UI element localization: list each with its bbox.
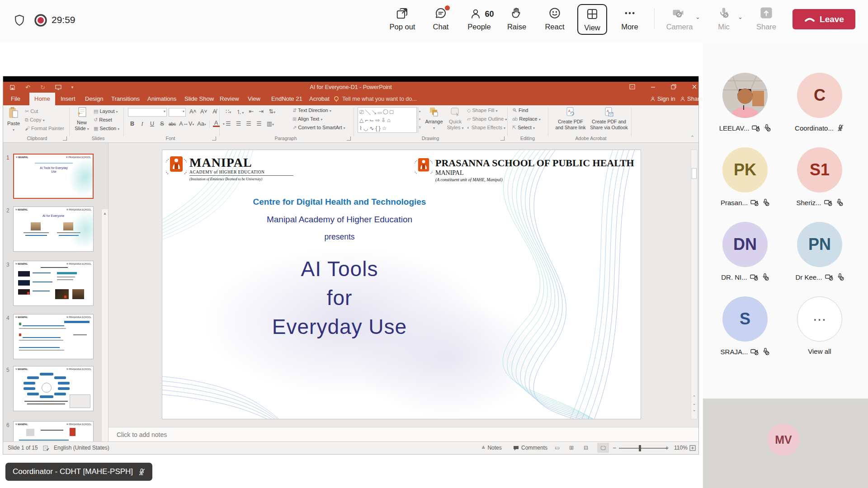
scroll-down-button[interactable]: ⌄ <box>691 407 697 413</box>
cut-button[interactable]: ✂ Cut <box>25 108 38 114</box>
shape-fill-button[interactable]: ◇ Shape Fill ▾ <box>467 108 498 113</box>
participant-tile[interactable]: PN Dr Kee... <box>788 222 851 281</box>
font-dialog-launcher[interactable] <box>212 136 216 141</box>
slide-thumbnail-4[interactable]: ⛨ MANIPAL ⛨ PRASANNA SCHOOL <box>13 314 94 359</box>
camera-options-chevron[interactable]: ⌄ <box>695 14 700 20</box>
clipboard-dialog-launcher[interactable] <box>63 136 67 141</box>
local-user-tile[interactable]: MV <box>703 399 868 488</box>
layout-button[interactable]: ▤ Layout ▾ <box>94 108 118 114</box>
minimize-icon[interactable] <box>642 83 663 91</box>
slide-thumbnail-1[interactable]: ⛨ MANIPAL ⛨ PRASANNA SCHOOL AI Tools for… <box>13 154 94 199</box>
normal-view-button[interactable]: ▭ <box>555 442 560 454</box>
slide-thumbnail-2[interactable]: ⛨ MANIPAL ⛨ PRASANNA SCHOOL AI for Every… <box>13 206 94 252</box>
notes-toggle[interactable]: ≜Notes <box>481 442 502 454</box>
mic-options-chevron[interactable]: ⌄ <box>738 14 743 20</box>
zoom-slider-thumb[interactable] <box>639 445 641 451</box>
shape-effects-button[interactable]: ◐ Shape Effects ▾ <box>467 125 505 130</box>
shapes-gallery[interactable]: ⎚╲↘▭◯▢△⌐⌙⇨⇩⌂⌇◡∿{}☆ <box>358 107 417 133</box>
change-case-icon[interactable]: Aa▾ <box>197 121 206 127</box>
notes-pane[interactable]: Click to add notes <box>108 427 698 441</box>
people-button[interactable]: 60 People <box>458 4 501 37</box>
reset-button[interactable]: ↺ Reset <box>94 117 112 123</box>
line-spacing-icon[interactable]: ⇅▾ <box>269 108 275 116</box>
columns-icon[interactable]: ▥▾ <box>267 120 274 127</box>
font-name-combo[interactable] <box>128 108 167 117</box>
shape-outline-button[interactable]: ▱ Shape Outline ▾ <box>467 116 507 122</box>
paragraph-dialog-launcher[interactable] <box>347 136 351 141</box>
increase-indent-icon[interactable]: ⇥ <box>259 108 264 116</box>
slide-thumbnail-6[interactable]: ⛨ MANIPAL ⛨ PRASANNA SCHOOL <box>13 421 94 441</box>
create-pdf-share-link-button[interactable]: A Create PDF and Share link <box>554 107 587 131</box>
tab-endnote[interactable]: EndNote 21 <box>266 93 307 105</box>
view-all-tile[interactable]: ⋯ View all <box>788 296 851 355</box>
camera-button[interactable]: Camera <box>664 4 695 37</box>
zoom-out-button[interactable]: − <box>613 442 616 454</box>
clear-formatting-icon[interactable]: A̸ <box>211 108 218 115</box>
shrink-font-icon[interactable]: A˅ <box>200 108 208 115</box>
drawing-dialog-launcher[interactable] <box>500 136 505 141</box>
underline-icon[interactable]: U <box>149 121 156 127</box>
slide-thumbnail-5[interactable]: ⛨ MANIPAL ⛨ PRASANNA SCHOOL <box>13 366 94 411</box>
next-slide-button[interactable]: ⌄ <box>691 400 697 407</box>
fit-to-window-icon[interactable] <box>689 445 696 451</box>
restore-icon[interactable] <box>663 83 684 91</box>
view-button[interactable]: View <box>577 4 607 35</box>
spellcheck-icon[interactable] <box>43 445 49 451</box>
tab-animations[interactable]: Animations <box>142 93 181 105</box>
share-button[interactable]: Share <box>751 4 781 37</box>
grow-font-icon[interactable]: A˄ <box>189 108 197 115</box>
tab-review[interactable]: Review <box>215 93 244 105</box>
thumbnail-scrollbar[interactable]: ▲ ▼ <box>101 209 108 441</box>
participant-tile[interactable]: C Coordinato... <box>788 73 851 132</box>
participant-tile[interactable]: DN DR. NI... <box>713 222 777 281</box>
italic-icon[interactable]: I <box>139 121 146 127</box>
tab-design[interactable]: Design <box>80 93 108 105</box>
tab-slideshow[interactable]: Slide Show <box>179 93 219 105</box>
previous-slide-button[interactable]: ⌃ <box>691 394 697 400</box>
slide-vertical-scrollbar[interactable]: ⌃ ⌄ ⌄ <box>691 150 698 419</box>
language-indicator[interactable]: English (United States) <box>54 442 109 454</box>
popout-button[interactable]: Pop out <box>387 4 418 37</box>
tell-me-box[interactable]: Tell me what you want to do... <box>342 93 417 105</box>
tab-view[interactable]: View <box>243 93 265 105</box>
smartart-button[interactable]: ⇗ Convert to SmartArt ▾ <box>292 125 345 131</box>
format-painter-button[interactable]: 🖌︎ Format Painter <box>25 126 64 131</box>
font-color-icon[interactable]: A <box>213 121 220 127</box>
bullets-icon[interactable]: ∷▾ <box>226 108 231 116</box>
tab-transitions[interactable]: Transitions <box>106 93 145 105</box>
copy-button[interactable]: ⧉ Copy ▾ <box>25 117 45 123</box>
new-slide-button[interactable]: New Slide ▾ <box>72 107 91 132</box>
tab-insert[interactable]: Insert <box>56 93 80 105</box>
align-text-button[interactable]: ⊞ Align Text ▾ <box>292 116 322 122</box>
slide-thumbnail-3[interactable]: ⛨ MANIPAL ⛨ PRASANNA SCHOOL <box>13 261 94 306</box>
close-icon[interactable] <box>684 83 705 91</box>
slide-text-block[interactable]: Centre for Digital Health and Technologi… <box>222 197 457 341</box>
zoom-slider-track[interactable] <box>619 448 668 449</box>
numbering-icon[interactable]: ⒈▾ <box>236 108 244 116</box>
participant-tile[interactable]: S1 Sheriz... <box>788 147 851 206</box>
presenter-name-banner[interactable]: Coordinator - CDHT [MAHE-PSPH] <box>5 463 152 481</box>
slide-canvas[interactable]: MANIPAL ACADEMY of HIGHER EDUCATION (Ins… <box>162 150 641 419</box>
replace-button[interactable]: ab Replace ▾ <box>512 116 541 122</box>
chat-button[interactable]: Chat <box>425 4 457 37</box>
participant-tile[interactable]: PK Prasan... <box>713 147 777 206</box>
thumb-scroll-up-icon[interactable]: ▲ <box>102 209 108 216</box>
text-direction-button[interactable]: ⇵ Text Direction ▾ <box>292 108 331 113</box>
zoom-in-button[interactable]: + <box>665 442 669 454</box>
leave-button[interactable]: Leave <box>793 9 855 29</box>
justify-icon[interactable]: ☰ <box>256 120 262 127</box>
mic-button[interactable]: Mic <box>708 4 740 37</box>
bold-icon[interactable]: B <box>129 121 136 127</box>
reading-view-button[interactable]: ⊟ <box>584 442 588 454</box>
participant-tile[interactable]: S SRAJA... <box>713 296 777 356</box>
zoom-level[interactable]: 110% <box>674 442 688 454</box>
participant-tile[interactable]: LEELAV... <box>713 73 777 132</box>
ribbon-display-options-icon[interactable] <box>622 83 642 91</box>
comments-toggle[interactable]: Comments <box>513 442 547 454</box>
scrollbar-thumb[interactable] <box>692 168 697 179</box>
font-size-combo[interactable] <box>169 108 186 117</box>
quick-styles-button[interactable]: Quick Styles ▾ <box>445 107 465 131</box>
decrease-indent-icon[interactable]: ⇤ <box>249 108 254 116</box>
text-shadow-icon[interactable]: abc <box>169 122 176 127</box>
raise-hand-button[interactable]: Raise <box>501 4 533 37</box>
